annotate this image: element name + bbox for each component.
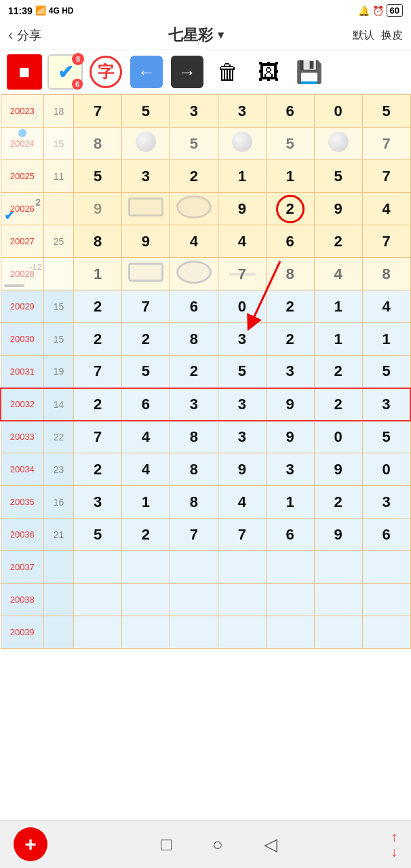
table-row: 20025 11 5 3 2 1 1 5 7 (1, 160, 410, 193)
main-table: 20023 18 7 5 3 3 6 0 5 20024 15 8 (0, 94, 411, 649)
cell (74, 551, 122, 584)
skin-button[interactable]: 换皮 (381, 29, 403, 43)
cell: 8 (74, 225, 122, 258)
cell: 7 (74, 356, 122, 388)
top-nav: ‹ 分享 七星彩 ▼ 默认 换皮 (0, 21, 411, 50)
share-button[interactable]: 分享 (17, 27, 41, 43)
cell: 3 (122, 160, 170, 193)
cell: 2 (122, 323, 170, 356)
cell: 8 (170, 421, 218, 453)
cell: 7 (74, 421, 122, 453)
cell: 2 (314, 225, 362, 258)
bottom-bar: + □ ○ ◁ ↑ ↓ (0, 820, 411, 868)
red-square-icon: ■ (19, 61, 31, 83)
scroll-down-icon[interactable]: ↓ (391, 845, 397, 858)
cell: 3 (266, 356, 314, 388)
cell (122, 193, 170, 225)
cell: 6 (170, 290, 218, 323)
cell: 1 (218, 160, 266, 193)
cell: 3 (170, 95, 218, 128)
table-row: 20026 ✔ 2 9 9 2 9 4 (1, 193, 410, 225)
dropdown-icon[interactable]: ▼ (216, 29, 227, 41)
cell (218, 551, 266, 584)
cell: 2 (314, 486, 362, 518)
table-row: 20031 19 7 5 2 5 3 2 5 (1, 356, 410, 388)
nav-left[interactable]: ‹ 分享 (8, 26, 41, 44)
bottom-nav: □ ○ ◁ (47, 834, 391, 855)
cell: 5 (170, 128, 218, 160)
scroll-up-icon[interactable]: ↑ (391, 830, 397, 844)
cell: 1 (314, 323, 362, 356)
add-icon: + (24, 833, 37, 856)
add-button[interactable]: + (14, 827, 47, 861)
char-tool-button[interactable]: 字 (88, 54, 123, 90)
cell (362, 616, 410, 649)
back-icon[interactable]: ‹ (8, 26, 13, 44)
nav-right: 默认 换皮 (353, 29, 403, 43)
row-id: 20026 ✔ 2 (1, 193, 44, 225)
check-icon: ✔ (58, 61, 73, 83)
cell: 5 (314, 160, 362, 193)
rect-shape (128, 197, 163, 216)
cell: 7 (170, 518, 218, 551)
cell: 8 (74, 128, 122, 160)
table-row: 20032 14 2 6 3 3 9 2 3 (1, 388, 410, 421)
cell: 8 (362, 258, 410, 290)
cell: 2 (74, 323, 122, 356)
cell: 7 (122, 290, 170, 323)
cell: 5 (122, 95, 170, 128)
cell-annotated: 2 (266, 193, 314, 225)
row-sum: 25 (44, 225, 74, 258)
cell: 8 (170, 323, 218, 356)
cell (170, 584, 218, 616)
cell: 6 (266, 225, 314, 258)
time: 11:39 (8, 5, 33, 16)
row-sum (44, 258, 74, 290)
cell: 7 (362, 225, 410, 258)
arrow-right-icon: → (171, 56, 203, 88)
signal-icon: 📶 (35, 5, 46, 16)
cell (74, 616, 122, 649)
red-square-button[interactable]: ■ (7, 54, 42, 90)
char-text: 字 (98, 61, 114, 83)
row-id: 20025 (1, 160, 44, 193)
save-button[interactable]: 💾 (292, 54, 327, 90)
back-nav-icon[interactable]: ◁ (264, 834, 277, 855)
cell: 2 (266, 323, 314, 356)
battery: 60 (387, 4, 403, 17)
row-sum (44, 193, 74, 225)
cell: 8 (170, 453, 218, 486)
default-button[interactable]: 默认 (353, 29, 374, 43)
cell: 0 (314, 421, 362, 453)
photos-icon: 🖼 (258, 60, 279, 85)
circle-nav-icon[interactable]: ○ (212, 834, 223, 855)
cell (122, 584, 170, 616)
check-tool-button[interactable]: ✔ 8 6 (47, 54, 83, 90)
title-text: 七星彩 (168, 25, 213, 45)
cell (170, 551, 218, 584)
cell: 3 (218, 95, 266, 128)
photos-button[interactable]: 🖼 (251, 54, 286, 90)
signal-type: 4G HD (49, 6, 74, 16)
row-sum: 15 (44, 323, 74, 356)
cell (266, 616, 314, 649)
scroll-arrows[interactable]: ↑ ↓ (391, 830, 397, 858)
home-nav-icon[interactable]: □ (161, 834, 172, 855)
arrow-right-button[interactable]: → (170, 54, 205, 90)
cell: 0 (362, 453, 410, 486)
table-row: 20023 18 7 5 3 3 6 0 5 (1, 95, 410, 128)
trash-button[interactable]: 🗑 (210, 54, 246, 90)
cell: 6 (122, 388, 170, 421)
arrow-left-button[interactable]: ← (129, 54, 164, 90)
cell: 3 (362, 388, 410, 421)
table-row: 20038 (1, 584, 410, 616)
row-sum: 15 (44, 290, 74, 323)
table-row: 20030 15 2 2 8 3 2 1 1 (1, 323, 410, 356)
row-id: 20024 (1, 128, 44, 160)
row-sum: 14 (44, 388, 74, 421)
cell: 3 (218, 323, 266, 356)
table-row: 20035 16 3 1 8 4 1 2 3 (1, 486, 410, 518)
row-id: 20031 (1, 356, 44, 388)
oval-shape (176, 195, 212, 219)
cell: 2 (74, 388, 122, 421)
